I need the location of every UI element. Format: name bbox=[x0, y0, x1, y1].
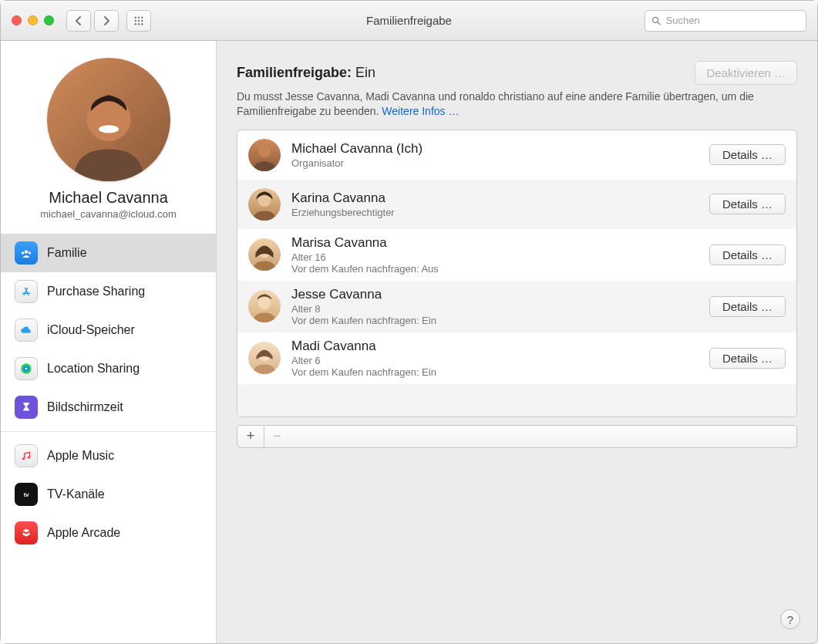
svg-point-2 bbox=[141, 16, 143, 18]
search-field[interactable] bbox=[645, 10, 806, 32]
member-row[interactable]: Marisa Cavanna Alter 16 Vor dem Kaufen n… bbox=[237, 229, 796, 281]
list-filler-row bbox=[237, 384, 796, 416]
sidebar-item-label: Apple Arcade bbox=[47, 526, 120, 540]
chevron-left-icon bbox=[74, 16, 83, 25]
member-extra: Vor dem Kaufen nachfragen: Aus bbox=[291, 263, 698, 275]
svg-point-18 bbox=[25, 368, 28, 370]
family-members-list: Michael Cavanna (Ich) Organisator Detail… bbox=[237, 130, 797, 417]
add-member-button[interactable]: + bbox=[237, 426, 264, 447]
subtext-body: Du musst Jesse Cavanna, Madi Cavanna und… bbox=[237, 90, 754, 117]
member-name: Michael Cavanna (Ich) bbox=[291, 141, 698, 157]
sidebar-item-icloud-speicher[interactable]: iCloud-Speicher bbox=[1, 311, 216, 349]
arcade-icon bbox=[15, 521, 38, 545]
more-info-link[interactable]: Weitere Infos … bbox=[382, 105, 459, 117]
preferences-window: Familienfreigabe Michael Cavanna michael… bbox=[0, 0, 818, 644]
svg-point-15 bbox=[29, 251, 31, 254]
sidebar-item-tv-kanaele[interactable]: tv TV-Kanäle bbox=[1, 475, 216, 514]
profile-avatar[interactable] bbox=[47, 58, 170, 181]
member-name: Jesse Cavanna bbox=[291, 287, 698, 302]
forward-button[interactable] bbox=[94, 10, 119, 32]
svg-point-3 bbox=[135, 19, 136, 21]
member-row[interactable]: Jesse Cavanna Alter 8 Vor dem Kaufen nac… bbox=[237, 281, 796, 332]
sidebar: Michael Cavanna michael_cavanna@icloud.c… bbox=[1, 41, 217, 643]
member-name: Marisa Cavanna bbox=[291, 235, 698, 251]
details-button[interactable]: Details … bbox=[709, 296, 786, 317]
tv-icon: tv bbox=[15, 483, 38, 506]
nav-buttons bbox=[66, 10, 119, 32]
details-button[interactable]: Details … bbox=[709, 144, 786, 165]
sidebar-item-label: Apple Music bbox=[47, 449, 114, 463]
member-row[interactable]: Madi Cavanna Alter 6 Vor dem Kaufen nach… bbox=[237, 332, 796, 384]
member-role: Alter 8 bbox=[291, 303, 698, 315]
details-button[interactable]: Details … bbox=[709, 348, 786, 369]
window-controls bbox=[12, 15, 54, 25]
member-role: Erziehungsberechtigter bbox=[291, 207, 698, 218]
help-button[interactable]: ? bbox=[780, 609, 800, 629]
sidebar-item-label: TV-Kanäle bbox=[47, 487, 105, 501]
close-window-button[interactable] bbox=[12, 15, 22, 25]
member-role: Alter 16 bbox=[291, 251, 698, 263]
sidebar-item-apple-arcade[interactable]: Apple Arcade bbox=[1, 514, 216, 552]
member-extra: Vor dem Kaufen nachfragen: Ein bbox=[291, 366, 698, 378]
svg-point-1 bbox=[138, 16, 140, 18]
sidebar-item-familie[interactable]: Familie bbox=[1, 234, 216, 272]
add-remove-group: + − bbox=[237, 425, 797, 448]
svg-point-13 bbox=[25, 250, 29, 254]
sidebar-item-label: iCloud-Speicher bbox=[47, 323, 135, 337]
svg-line-10 bbox=[658, 22, 660, 24]
grid-icon bbox=[134, 16, 143, 25]
remove-member-button[interactable]: − bbox=[264, 426, 290, 447]
chevron-right-icon bbox=[102, 16, 111, 25]
search-icon bbox=[651, 15, 661, 26]
svg-point-7 bbox=[138, 23, 140, 25]
details-button[interactable]: Details … bbox=[709, 244, 786, 265]
member-role: Alter 6 bbox=[291, 355, 698, 366]
svg-point-23 bbox=[258, 297, 271, 310]
section-heading: Familienfreigabe: Ein bbox=[237, 65, 375, 81]
sidebar-list: Familie Purchase Sharing iCloud-Speicher bbox=[1, 234, 216, 552]
sidebar-item-label: Bildschirmzeit bbox=[47, 400, 123, 414]
avatar bbox=[248, 238, 281, 271]
svg-point-12 bbox=[99, 125, 119, 133]
profile-email: michael_cavanna@icloud.com bbox=[16, 208, 200, 220]
sidebar-item-label: Familie bbox=[47, 246, 87, 260]
search-input[interactable] bbox=[666, 15, 799, 26]
family-icon bbox=[15, 241, 38, 265]
profile-name: Michael Cavanna bbox=[16, 189, 200, 207]
svg-text:tv: tv bbox=[24, 491, 29, 498]
svg-point-0 bbox=[135, 16, 136, 18]
svg-point-6 bbox=[135, 23, 136, 25]
member-extra: Vor dem Kaufen nachfragen: Ein bbox=[291, 315, 698, 326]
svg-point-14 bbox=[22, 251, 24, 254]
svg-point-4 bbox=[138, 19, 140, 21]
member-row[interactable]: Michael Cavanna (Ich) Organisator Detail… bbox=[237, 130, 796, 180]
avatar bbox=[248, 188, 281, 221]
sidebar-item-apple-music[interactable]: Apple Music bbox=[1, 437, 216, 475]
titlebar: Familienfreigabe bbox=[1, 1, 817, 41]
member-row[interactable]: Karina Cavanna Erziehungsberechtigter De… bbox=[237, 180, 796, 229]
svg-point-8 bbox=[141, 23, 143, 25]
minimize-window-button[interactable] bbox=[28, 15, 38, 25]
svg-point-5 bbox=[141, 19, 143, 21]
show-all-button[interactable] bbox=[126, 10, 151, 32]
sidebar-separator bbox=[1, 431, 216, 432]
avatar bbox=[248, 139, 281, 171]
member-name: Karina Cavanna bbox=[291, 191, 698, 206]
svg-point-20 bbox=[258, 144, 271, 157]
main-content: Familienfreigabe: Ein Deaktivieren … Du … bbox=[217, 41, 817, 643]
zoom-window-button[interactable] bbox=[44, 15, 54, 25]
member-name: Madi Cavanna bbox=[291, 339, 698, 354]
sidebar-item-location-sharing[interactable]: Location Sharing bbox=[1, 349, 216, 388]
music-icon bbox=[15, 444, 38, 467]
back-button[interactable] bbox=[66, 10, 91, 32]
sidebar-item-bildschirmzeit[interactable]: Bildschirmzeit bbox=[1, 388, 216, 427]
profile-section: Michael Cavanna michael_cavanna@icloud.c… bbox=[1, 52, 216, 232]
avatar bbox=[248, 290, 281, 322]
sidebar-item-label: Purchase Sharing bbox=[47, 285, 145, 298]
details-button[interactable]: Details … bbox=[709, 194, 786, 214]
sidebar-item-purchase-sharing[interactable]: Purchase Sharing bbox=[1, 272, 216, 311]
find-my-icon bbox=[15, 357, 38, 380]
cloud-icon bbox=[15, 319, 38, 342]
member-role: Organisator bbox=[291, 157, 698, 169]
deactivate-button[interactable]: Deaktivieren … bbox=[695, 61, 797, 85]
